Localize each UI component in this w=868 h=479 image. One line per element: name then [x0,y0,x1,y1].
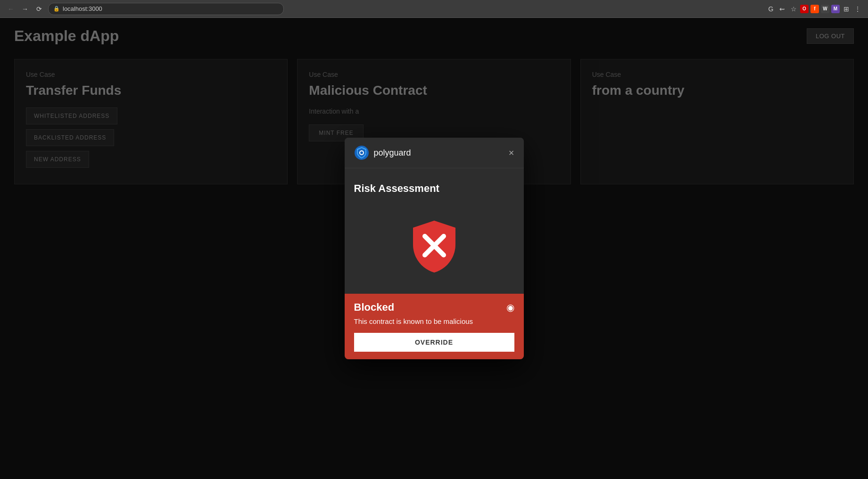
svg-point-2 [360,151,363,154]
url-bar[interactable]: 🔒 localhost:3000 [48,3,284,15]
modal-header-left: polyguard [354,145,411,160]
firefox-ext-icon[interactable]: f [810,5,819,13]
blocked-section: Blocked ◉ This contract is known to be m… [345,294,524,359]
blocked-header: Blocked ◉ [354,301,514,314]
shield-container [354,209,514,294]
star-icon[interactable]: ☆ [789,4,798,14]
polyguard-logo [354,145,369,160]
forward-button[interactable]: → [20,4,30,14]
app-container: Example dApp LOG OUT Use Case Transfer F… [0,18,868,479]
blocked-title: Blocked [354,301,395,314]
blocked-check-icon: ◉ [506,302,514,313]
modal-close-button[interactable]: × [509,148,514,157]
modal-overlay: polyguard × Risk Assessment [0,18,868,479]
puzzle-icon[interactable]: ⊞ [842,4,851,14]
menu-icon[interactable]: ⋮ [853,4,862,14]
ext-icon-1[interactable]: W [821,5,829,13]
danger-shield-icon [408,218,460,275]
modal-section-title: Risk Assessment [354,182,514,195]
google-icon[interactable]: G [766,4,776,14]
modal-body: Risk Assessment [345,168,524,294]
url-text: localhost:3000 [63,5,102,12]
browser-chrome: ← → ⟳ 🔒 localhost:3000 G ⇜ ☆ O f W M ⊞ ⋮ [0,0,868,18]
security-icon: 🔒 [53,6,60,12]
browser-extensions: G ⇜ ☆ O f W M ⊞ ⋮ [766,4,862,14]
risk-assessment-modal: polyguard × Risk Assessment [345,138,524,359]
opera-ext-icon[interactable]: O [800,5,809,13]
metamask-icon[interactable]: M [831,5,840,13]
share-icon[interactable]: ⇜ [777,4,787,14]
modal-header: polyguard × [345,138,524,168]
modal-brand-name: polyguard [374,148,411,158]
refresh-button[interactable]: ⟳ [34,4,44,14]
override-button[interactable]: OVERRIDE [354,333,514,352]
blocked-description: This contract is known to be malicious [354,317,514,325]
back-button[interactable]: ← [6,4,16,14]
